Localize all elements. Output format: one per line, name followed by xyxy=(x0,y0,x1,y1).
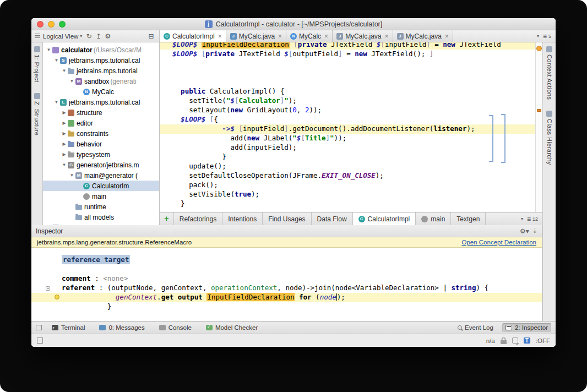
tool-window-button[interactable]: Model Checker xyxy=(203,323,261,332)
error-stripe-scrollbar[interactable] xyxy=(535,42,542,212)
editor-panel[interactable]: $LOOP$ InputFieldDeclaration [private JT… xyxy=(160,42,542,212)
refresh-button[interactable]: ↻ xyxy=(84,31,94,42)
code-line[interactable]: comment : <none> xyxy=(31,274,542,284)
code-line[interactable] xyxy=(31,265,542,274)
close-tab-icon[interactable]: × xyxy=(384,34,388,39)
tool-strip-button[interactable]: Z: Structure xyxy=(32,91,41,137)
lock-icon[interactable] xyxy=(501,337,507,344)
gear-icon[interactable]: ⚙▾ xyxy=(520,227,529,235)
code-line[interactable] xyxy=(160,68,542,78)
tool-strip-button[interactable]: Class Hierarchy xyxy=(545,109,554,167)
close-tab-icon[interactable]: × xyxy=(218,34,222,39)
close-tab-icon[interactable]: × xyxy=(324,34,328,39)
expand-arrow-icon[interactable]: ▼ xyxy=(53,100,60,105)
code-line[interactable] xyxy=(160,78,542,87)
editor-bottom-tab[interactable]: Data Flow xyxy=(312,213,353,225)
code-line[interactable]: pack(); xyxy=(160,181,542,190)
fold-icon[interactable] xyxy=(46,286,50,291)
tab-list-icon[interactable]: ≡ xyxy=(527,215,531,223)
expand-arrow-icon[interactable]: ▼ xyxy=(68,79,75,84)
tab-list-icon[interactable]: ≡ xyxy=(543,32,547,40)
close-window-button[interactable] xyxy=(37,21,44,28)
intention-bulb-icon[interactable] xyxy=(55,295,59,300)
code-line[interactable]: } xyxy=(160,153,542,162)
expand-arrow-icon[interactable]: ▼ xyxy=(68,173,75,178)
warning-indicator-icon[interactable] xyxy=(536,46,542,51)
tree-item[interactable]: ▼Sjetbrains.mps.tutorial.cal xyxy=(43,55,159,66)
tool-strip-button[interactable]: Context Actions xyxy=(545,45,554,101)
tree-item[interactable]: main xyxy=(43,191,159,202)
editor-tab[interactable]: CCalculatorImpl× xyxy=(160,30,226,42)
code-line[interactable]: referent : (outputNode, genContext, oper… xyxy=(31,284,542,293)
tool-window-button[interactable]: Terminal xyxy=(48,323,88,332)
zoom-window-button[interactable] xyxy=(59,21,66,28)
editor-tab[interactable]: JMyCalc.java× xyxy=(393,30,453,42)
tree-item[interactable]: runtime xyxy=(43,202,159,212)
code-line[interactable]: public CalculatorImpl() { xyxy=(160,87,542,96)
hide-panel-button[interactable]: ⊟ xyxy=(146,31,156,42)
tree-item[interactable]: ▶typesystem xyxy=(43,149,159,160)
code-line[interactable]: genContext.get output InputFieldDeclarat… xyxy=(31,293,542,302)
close-tab-icon[interactable]: × xyxy=(445,34,449,39)
editor-bottom-tab[interactable]: main xyxy=(416,213,451,225)
editor-bottom-tab[interactable]: Find Usages xyxy=(263,213,311,225)
chevron-down-icon[interactable]: ▾ xyxy=(537,34,539,39)
tool-buttons-toggle-icon[interactable] xyxy=(36,325,42,330)
code-line[interactable]: setDefaultCloseOperation(JFrame.EXIT_ON_… xyxy=(160,171,542,181)
code-line[interactable]: update(); xyxy=(160,162,542,171)
expand-arrow-icon[interactable]: ▼ xyxy=(61,68,68,73)
inspector-code[interactable]: reference targetcomment : <none>referent… xyxy=(31,248,542,321)
tree-item[interactable]: NMyCalc xyxy=(43,86,159,97)
code-line[interactable]: setVisible(true); xyxy=(160,190,542,199)
editor-bottom-tab[interactable]: Textgen xyxy=(451,213,486,225)
tree-item[interactable]: ▶behavior xyxy=(43,139,159,149)
chevron-down-icon[interactable]: ▾ xyxy=(521,216,523,221)
expand-arrow-icon[interactable]: ▶ xyxy=(61,152,68,157)
editor-tab[interactable]: NMyCalc× xyxy=(286,30,333,42)
expand-arrow-icon[interactable]: ▶ xyxy=(61,131,68,136)
code-line[interactable]: } xyxy=(31,302,542,312)
close-tab-icon[interactable]: × xyxy=(278,34,282,39)
code-line[interactable]: setLayout(new GridLayout(0, 2)); xyxy=(160,106,542,115)
tool-window-button[interactable]: 0: Messages xyxy=(96,323,148,332)
warning-stripe-mark[interactable] xyxy=(537,109,541,112)
add-tab-button[interactable]: + xyxy=(160,213,173,225)
tool-strip-button[interactable]: 1: Project xyxy=(32,45,41,84)
highlighting-level-icon[interactable] xyxy=(512,337,518,344)
expand-arrow-icon[interactable]: ▼ xyxy=(61,162,68,167)
tree-item[interactable]: ▶structure xyxy=(43,107,159,118)
tree-item[interactable]: ▼jetbrains.mps.tutorial xyxy=(43,66,159,76)
editor-tab[interactable]: JMyCalc.java× xyxy=(226,30,286,42)
expand-arrow-icon[interactable]: ▶ xyxy=(61,110,68,115)
tool-window-button[interactable]: 2: Inspector xyxy=(502,323,551,332)
tree-item[interactable]: ▼calculator (/Users/Oscar/M xyxy=(43,45,159,55)
expand-arrow-icon[interactable]: ▶ xyxy=(61,121,68,126)
hide-tool-windows-icon[interactable] xyxy=(37,337,43,344)
tool-window-button[interactable]: Console xyxy=(156,323,195,332)
view-selector[interactable]: Logical View xyxy=(43,33,78,40)
tree-item[interactable]: all models xyxy=(43,212,159,222)
editor-bottom-tab[interactable]: CCalculatorImpl xyxy=(353,213,416,225)
expand-arrow-icon[interactable]: ▼ xyxy=(45,47,52,52)
tree-item[interactable]: ▼Ljetbrains.mps.tutorial.cal xyxy=(43,97,159,107)
expand-arrow-icon[interactable]: ▼ xyxy=(53,58,60,63)
minimize-window-button[interactable] xyxy=(48,21,55,28)
editor-bottom-tab[interactable]: Intentions xyxy=(222,213,263,225)
editor-tab[interactable]: JMyCalc.java× xyxy=(333,30,393,42)
code-line[interactable]: $LOOP$ InputFieldDeclaration [private JT… xyxy=(160,42,542,50)
tree-item[interactable]: ▼Ggenerator/jetbrains.m xyxy=(43,160,159,170)
code-line[interactable]: add(new JLabel("$[Title]")); xyxy=(160,134,542,143)
tool-window-button[interactable]: Event Log xyxy=(454,323,497,332)
tree-item[interactable]: ▼Mmain@generator ( xyxy=(43,170,159,181)
code-line[interactable]: ->$ [inputField].getDocument().addDocume… xyxy=(160,124,542,134)
editor-bottom-tab[interactable]: Refactorings xyxy=(173,213,222,225)
code-line[interactable]: $LOOP$ [private JTextField $[outputField… xyxy=(160,50,542,59)
tree-item[interactable]: CCalculatorIm xyxy=(43,181,159,191)
code-line[interactable]: setTitle("$[Calculator]"); xyxy=(160,96,542,106)
tree-item[interactable]: ▼Msandbox (generati xyxy=(43,76,159,86)
tree-item[interactable]: ▶editor xyxy=(43,118,159,128)
code-line[interactable] xyxy=(160,59,542,68)
tree-item[interactable]: ▶constraints xyxy=(43,128,159,139)
code-line[interactable]: add(inputField); xyxy=(160,143,542,153)
code-line[interactable]: } xyxy=(160,199,542,209)
